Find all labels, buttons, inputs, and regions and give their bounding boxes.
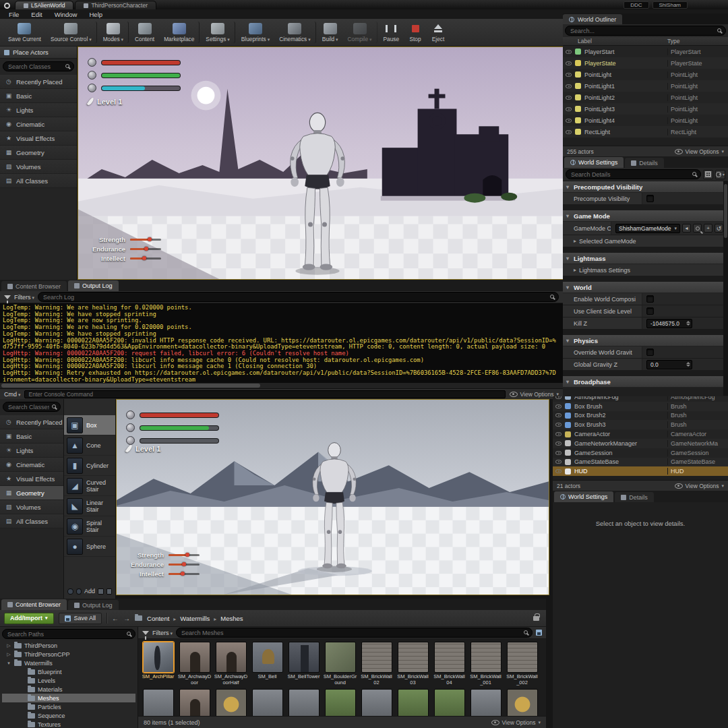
- breadcrumb-item[interactable]: Content: [147, 615, 180, 622]
- visibility-eye-icon[interactable]: [555, 469, 562, 473]
- arrow-left-icon[interactable]: [682, 224, 691, 233]
- view-options-button[interactable]: View Options: [675, 148, 724, 155]
- geometry-item[interactable]: ▲ Cone: [64, 435, 115, 456]
- spinner-icon[interactable]: [686, 362, 690, 367]
- window-tab-blueprint[interactable]: ThirdPersonCharacter: [75, 1, 156, 9]
- tab-details[interactable]: Details: [625, 158, 664, 168]
- visibility-eye-icon[interactable]: [566, 50, 572, 54]
- outliner-row[interactable]: HUD HUD: [553, 466, 728, 476]
- folder-tree-item[interactable]: Blueprint: [2, 667, 135, 676]
- asset-tile[interactable]: SM_ArchwayDoor: [177, 642, 212, 686]
- place-actors-category[interactable]: ▦ Geometry: [0, 486, 63, 500]
- menu-item[interactable]: Window: [49, 11, 84, 18]
- log-output-area[interactable]: LogTemp: Warning: We are healing for 0.0…: [0, 303, 563, 383]
- geometry-item[interactable]: ◢ Curved Stair: [64, 476, 115, 496]
- folder-tree-item[interactable]: Levels: [2, 676, 135, 685]
- spinner-icon[interactable]: [686, 321, 690, 326]
- geometry-item[interactable]: ▮ Cylinder: [64, 456, 115, 476]
- column-header-type[interactable]: Type: [667, 38, 728, 44]
- outliner-row[interactable]: CameraActor CameraActor: [553, 429, 728, 439]
- outliner-row[interactable]: PlayerStart PlayerStart: [563, 46, 728, 57]
- search-paths-input[interactable]: [7, 631, 124, 638]
- add-button[interactable]: Add: [84, 588, 95, 595]
- folder-tree-item[interactable]: ▷ ThirdPerson: [2, 641, 135, 650]
- override-world-gravity-checkbox[interactable]: [646, 348, 654, 356]
- asset-tile[interactable]: SM_BellTower: [286, 642, 321, 686]
- asset-tile[interactable]: SM_BrickWall_001: [468, 642, 503, 686]
- toolbar-button[interactable]: Marketplace: [159, 22, 200, 43]
- breadcrumb-item[interactable]: Watermills: [180, 615, 220, 622]
- project-window-button[interactable]: ShiSham: [653, 1, 688, 9]
- tab-content-browser[interactable]: Content Browser: [1, 599, 67, 610]
- display-filter-button[interactable]: [715, 170, 725, 179]
- cmd-dropdown[interactable]: Cmd: [4, 391, 20, 398]
- place-actors-category[interactable]: ◷ Recently Placed: [0, 75, 77, 89]
- column-header-label[interactable]: Label: [578, 38, 667, 44]
- place-actors-category[interactable]: ▦ Geometry: [0, 146, 77, 160]
- dot-icon[interactable]: [76, 588, 82, 595]
- folder-tree-item[interactable]: Particles: [2, 702, 135, 711]
- details-scrollbar[interactable]: [723, 181, 728, 396]
- toolbar-button[interactable]: Pause: [379, 22, 404, 43]
- outliner-row[interactable]: PlayerState PlayerState: [563, 57, 728, 69]
- forward-arrow-icon[interactable]: →: [123, 615, 130, 622]
- toolbar-button[interactable]: Content: [130, 22, 159, 43]
- section-world[interactable]: ▾World: [563, 282, 723, 293]
- folder-tree-item[interactable]: Materials: [2, 685, 135, 694]
- view-options-button[interactable]: View Options: [491, 719, 541, 726]
- place-actors-category[interactable]: ★ Visual Effects: [0, 131, 77, 146]
- folder-tree-item[interactable]: Textures: [2, 720, 135, 728]
- place-actors-category[interactable]: ☀ Lights: [0, 444, 63, 458]
- outliner-row[interactable]: PointLight4 PointLight: [563, 115, 728, 126]
- window-tab-level[interactable]: L5AlienWorld: [15, 1, 73, 9]
- outliner-row[interactable]: PointLight PointLight: [563, 69, 728, 80]
- expand-arrow-icon[interactable]: ▷: [6, 643, 11, 648]
- outliner-row[interactable]: GameStateBase GameStateBase: [553, 458, 728, 467]
- search-classes-input[interactable]: [8, 404, 49, 411]
- visibility-eye-icon[interactable]: [555, 442, 562, 446]
- toolbar-button[interactable]: Save Current: [3, 22, 46, 43]
- viewport-1[interactable]: Level 1 Strength Endurance: [78, 47, 564, 280]
- outliner-row[interactable]: Box Brush Brush: [553, 402, 728, 411]
- reset-icon[interactable]: [715, 224, 723, 233]
- visibility-eye-icon[interactable]: [555, 413, 562, 417]
- folder-tree-item[interactable]: Meshes: [2, 694, 135, 702]
- folder-tree-item[interactable]: ▷ ThirdPersonCPP: [2, 650, 135, 659]
- toolbar-button[interactable]: Compile: [343, 22, 377, 43]
- outliner-row[interactable]: PointLight1 PointLight: [563, 80, 728, 92]
- place-actors-category[interactable]: ▣ Basic: [0, 429, 63, 444]
- global-gravity-z-input[interactable]: 0.0: [646, 360, 692, 369]
- small-square-icon[interactable]: [107, 588, 113, 595]
- folder-tree-item[interactable]: Sequence: [2, 711, 135, 720]
- geometry-item[interactable]: ◉ Spiral Stair: [64, 516, 115, 537]
- enable-world-composition-checkbox[interactable]: [646, 295, 654, 303]
- log-horizontal-scrollbar[interactable]: [0, 383, 563, 388]
- kill-z-input[interactable]: -1048575.0: [646, 319, 692, 328]
- outliner-row[interactable]: PointLight2 PointLight: [563, 92, 728, 103]
- tab-details[interactable]: Details: [615, 492, 654, 502]
- asset-tile[interactable]: SM_BoulderGround: [323, 642, 357, 686]
- place-actors-category[interactable]: ★ Visual Effects: [0, 472, 63, 486]
- visibility-eye-icon[interactable]: [566, 61, 572, 65]
- visibility-eye-icon[interactable]: [555, 451, 562, 455]
- visibility-eye-icon[interactable]: [566, 119, 572, 123]
- visibility-eye-icon[interactable]: [555, 396, 562, 399]
- viewport-2[interactable]: Level 1 Strength Endurance: [116, 399, 549, 595]
- outliner-row[interactable]: AtmosphericFog AtmosphericFog: [553, 396, 728, 402]
- tab-world-outliner[interactable]: World Outliner: [563, 14, 622, 24]
- add-import-button[interactable]: Add/Import: [4, 613, 54, 624]
- tab-world-settings[interactable]: World Settings: [554, 491, 613, 502]
- asset-tile[interactable]: SM_BrickWall03: [396, 642, 430, 686]
- outliner-row[interactable]: GameNetworkManager GameNetworkMa: [553, 439, 728, 448]
- place-actors-category[interactable]: ◉ Cinematic: [0, 458, 63, 472]
- visibility-eye-icon[interactable]: [566, 96, 572, 100]
- geometry-item[interactable]: ◣ Linear Stair: [64, 496, 115, 516]
- toolbar-button[interactable]: Cinematics: [274, 22, 316, 43]
- section-precomputed-visibility[interactable]: ▾Precomputed Visibility: [563, 181, 723, 193]
- tab-world-settings[interactable]: World Settings: [564, 157, 624, 168]
- geometry-item[interactable]: ● Sphere: [64, 537, 115, 557]
- section-broadphase[interactable]: ▾Broadphase: [563, 376, 723, 388]
- search-classes-input[interactable]: [8, 63, 63, 70]
- place-actors-category[interactable]: ▤ All Classes: [0, 514, 63, 528]
- expand-arrow-icon[interactable]: ▾: [6, 661, 11, 666]
